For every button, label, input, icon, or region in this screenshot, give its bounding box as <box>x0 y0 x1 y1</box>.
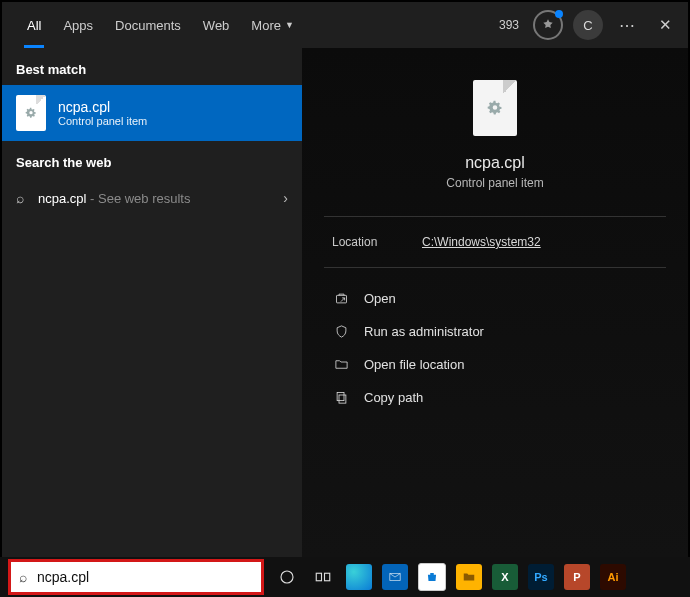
action-label: Run as administrator <box>364 324 484 339</box>
action-label: Copy path <box>364 390 423 405</box>
action-run-admin[interactable]: Run as administrator <box>310 315 680 348</box>
app-photoshop[interactable]: Ps <box>528 564 554 590</box>
preview-pane: ncpa.cpl Control panel item Location C:\… <box>302 48 688 557</box>
tab-apps[interactable]: Apps <box>52 2 104 48</box>
preview-subtitle: Control panel item <box>446 176 543 190</box>
app-excel[interactable]: X <box>492 564 518 590</box>
svg-rect-5 <box>325 573 330 581</box>
cortana-icon[interactable] <box>274 564 300 590</box>
svg-rect-1 <box>339 395 346 403</box>
chevron-right-icon: › <box>283 190 288 206</box>
search-icon: ⌕ <box>16 190 38 206</box>
cpl-file-icon <box>16 95 46 131</box>
chevron-down-icon: ▼ <box>285 20 294 30</box>
location-label: Location <box>332 235 422 249</box>
open-icon <box>332 291 350 306</box>
close-icon[interactable]: ✕ <box>651 12 680 38</box>
match-subtitle: Control panel item <box>58 115 147 127</box>
best-match-item[interactable]: ncpa.cpl Control panel item <box>2 85 302 141</box>
search-input[interactable] <box>35 568 253 586</box>
tab-documents[interactable]: Documents <box>104 2 192 48</box>
web-result-item[interactable]: ⌕ ncpa.cpl - See web results › <box>2 178 302 218</box>
app-store[interactable] <box>418 563 446 591</box>
svg-rect-2 <box>337 393 344 401</box>
results-list: Best match ncpa.cpl Control panel item S… <box>2 48 302 557</box>
app-edge[interactable] <box>346 564 372 590</box>
action-label: Open <box>364 291 396 306</box>
tab-web[interactable]: Web <box>192 2 241 48</box>
location-value[interactable]: C:\Windows\system32 <box>422 235 541 249</box>
filter-tabs: All Apps Documents Web More▼ <box>16 2 305 48</box>
app-mail[interactable] <box>382 564 408 590</box>
search-panel: All Apps Documents Web More▼ 393 C ⋯ ✕ B… <box>2 2 688 557</box>
taskbar-search[interactable]: ⌕ <box>8 559 264 595</box>
rewards-icon[interactable] <box>533 10 563 40</box>
task-view-icon[interactable] <box>310 564 336 590</box>
copy-icon <box>332 390 350 405</box>
shield-icon <box>332 324 350 339</box>
svg-rect-4 <box>316 573 321 581</box>
tab-more[interactable]: More▼ <box>240 2 305 48</box>
taskbar: ⌕ X Ps P Ai <box>0 557 690 597</box>
action-label: Open file location <box>364 357 464 372</box>
folder-icon <box>332 357 350 372</box>
app-powerpoint[interactable]: P <box>564 564 590 590</box>
web-query: ncpa.cpl <box>38 191 86 206</box>
header: All Apps Documents Web More▼ 393 C ⋯ ✕ <box>2 2 688 48</box>
user-avatar[interactable]: C <box>573 10 603 40</box>
preview-file-icon[interactable] <box>473 80 517 136</box>
action-open-location[interactable]: Open file location <box>310 348 680 381</box>
action-open[interactable]: Open <box>310 282 680 315</box>
app-explorer[interactable] <box>456 564 482 590</box>
rewards-points: 393 <box>499 18 519 32</box>
svg-point-3 <box>281 571 293 583</box>
search-web-heading: Search the web <box>2 141 302 178</box>
preview-title: ncpa.cpl <box>465 154 525 172</box>
more-options-icon[interactable]: ⋯ <box>613 16 641 35</box>
location-row: Location C:\Windows\system32 <box>302 217 688 267</box>
tab-all[interactable]: All <box>16 2 52 48</box>
search-icon: ⌕ <box>19 569 27 585</box>
best-match-heading: Best match <box>2 48 302 85</box>
app-illustrator[interactable]: Ai <box>600 564 626 590</box>
web-suffix: - See web results <box>86 191 190 206</box>
action-copy-path[interactable]: Copy path <box>310 381 680 414</box>
match-title: ncpa.cpl <box>58 99 147 115</box>
